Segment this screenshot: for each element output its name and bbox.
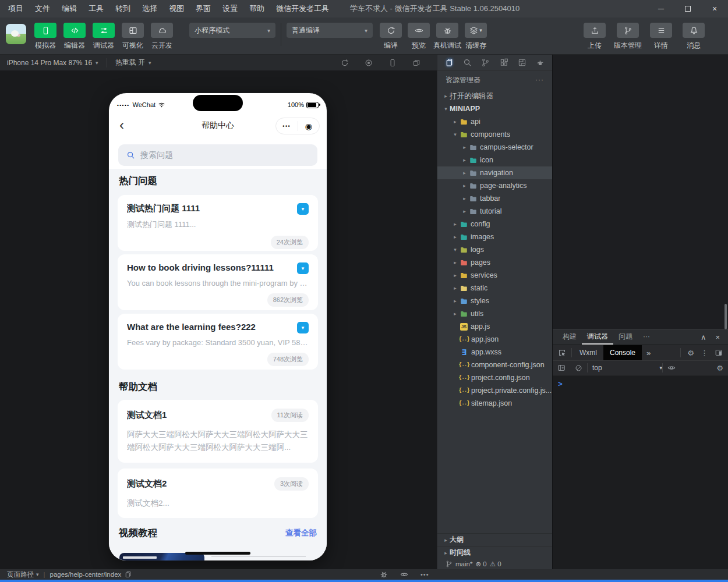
- menu-item-8[interactable]: 设置: [217, 0, 243, 17]
- tree-item-navigation[interactable]: ▸navigation: [437, 166, 552, 179]
- statusbar-more-button[interactable]: •••: [420, 571, 429, 578]
- view-all-link[interactable]: 查看全部: [285, 528, 317, 538]
- tree-item-api[interactable]: ▸api: [437, 115, 552, 128]
- teapot-activity-button[interactable]: [536, 58, 545, 67]
- menu-item-7[interactable]: 界面: [190, 0, 217, 17]
- question-card-1[interactable]: How to book driving lessons?11111 ▼ You …: [118, 254, 318, 310]
- tree-item-images[interactable]: ▸images: [437, 230, 552, 243]
- compile-button[interactable]: 编译: [377, 23, 404, 51]
- question-card-2[interactable]: What are the learning fees?222 ▼ Fees va…: [118, 314, 318, 370]
- devtools-tab-console[interactable]: Console: [603, 345, 642, 360]
- clear-cache-button[interactable]: ▾清缓存: [462, 23, 489, 51]
- sim-record-button[interactable]: [365, 58, 373, 67]
- extensions-activity-button[interactable]: [500, 58, 508, 67]
- expand-arrow-badge[interactable]: ▼: [297, 322, 309, 333]
- avatar[interactable]: [6, 24, 26, 44]
- expand-arrow-badge[interactable]: ▼: [297, 262, 309, 274]
- tree-item-sitemap.json[interactable]: {..}sitemap.json: [437, 397, 552, 410]
- tree-item-components[interactable]: ▾components: [437, 128, 552, 141]
- debugger-tab-0[interactable]: 构建: [557, 329, 582, 345]
- debugger-tab-3[interactable]: ···: [638, 329, 655, 345]
- menu-item-5[interactable]: 选择: [136, 0, 163, 17]
- toggle-debugger[interactable]: 调试器: [89, 23, 118, 51]
- explorer-section-0[interactable]: ▸大纲: [437, 533, 552, 546]
- tree-item-icon[interactable]: ▸icon: [437, 154, 552, 166]
- toggle-cloud-dev[interactable]: 云开发: [147, 23, 176, 51]
- bug-icon[interactable]: [380, 570, 388, 579]
- copy-path-button[interactable]: [125, 571, 132, 579]
- search-activity-button[interactable]: [463, 58, 472, 67]
- toggle-visualization[interactable]: 可视化: [118, 23, 147, 51]
- menu-item-4[interactable]: 转到: [109, 0, 136, 17]
- devtools-menu-button[interactable]: ⋮: [701, 349, 708, 357]
- debugger-tab-1[interactable]: 调试器: [582, 329, 613, 345]
- messages-button[interactable]: 消息: [680, 23, 707, 51]
- tree-item-app.json[interactable]: {..}app.json: [437, 333, 552, 346]
- page-path-label[interactable]: 页面路径: [7, 570, 34, 579]
- menu-item-0[interactable]: 项目: [2, 0, 29, 17]
- tree-item-page-analytics[interactable]: ▸page-analytics: [437, 179, 552, 192]
- close-panel-button[interactable]: ×: [715, 333, 720, 342]
- minimize-button[interactable]: ─: [648, 0, 674, 17]
- devtools-settings-button[interactable]: ⚙: [687, 349, 694, 357]
- search-input[interactable]: 搜索问题: [118, 144, 317, 166]
- menu-item-6[interactable]: 视图: [163, 0, 190, 17]
- compile-mode-dropdown[interactable]: 普通编译 ▾: [287, 23, 373, 38]
- explorer-section-1[interactable]: ▸时间线: [437, 546, 552, 559]
- branch-activity-button[interactable]: [481, 58, 490, 67]
- debugger-tab-2[interactable]: 问题: [613, 329, 638, 345]
- maximize-button[interactable]: [674, 0, 701, 17]
- menu-item-1[interactable]: 文件: [29, 0, 56, 17]
- doc-card-1[interactable]: 测试文档2 3次阅读 测试文档2...: [118, 469, 318, 518]
- tree-item-utils[interactable]: ▸utils: [437, 307, 552, 320]
- device-selector[interactable]: iPhone 14 Pro Max 87% 16 ▾: [7, 59, 98, 67]
- console-eye-button[interactable]: [663, 364, 680, 372]
- tree-item-pages[interactable]: ▸pages: [437, 256, 552, 269]
- minimize-capsule-button[interactable]: ◉: [298, 122, 320, 131]
- menu-item-2[interactable]: 编辑: [56, 0, 83, 17]
- menu-item-9[interactable]: 帮助: [243, 0, 270, 17]
- tree-item-app.js[interactable]: JSapp.js: [437, 320, 552, 333]
- toggle-editor[interactable]: 编辑器: [60, 23, 89, 51]
- devtools-tab-wxml[interactable]: Wxml: [573, 345, 603, 360]
- tree-item-static[interactable]: ▸static: [437, 282, 552, 294]
- tree-item-logs[interactable]: ▾logs: [437, 243, 552, 256]
- close-button[interactable]: ×: [701, 0, 728, 17]
- inspect-element-button[interactable]: [553, 349, 571, 357]
- tree-item-config[interactable]: ▸config: [437, 218, 552, 230]
- doc-card-0[interactable]: 测试文档1 11次阅读 阿萨大大三端阿松大阿萨大大三端阿松大阿萨大大三端阿松大阿…: [118, 400, 318, 463]
- toggle-simulator[interactable]: 模拟器: [31, 23, 60, 51]
- tree-item-project.config.json[interactable]: {..}project.config.json: [437, 371, 552, 384]
- clear-console-button[interactable]: [570, 364, 587, 372]
- git-status[interactable]: main* ⊗ 0 ⚠ 0: [437, 559, 501, 569]
- explorer-more-button[interactable]: ···: [535, 76, 544, 84]
- tree-item-component-config.json[interactable]: {..}component-config.json: [437, 359, 552, 371]
- tree-item-app.wxss[interactable]: ∃app.wxss: [437, 346, 552, 359]
- dock-side-icon[interactable]: [715, 349, 723, 357]
- menu-item-10[interactable]: 微信开发者工具: [270, 0, 335, 17]
- tree-item-styles[interactable]: ▸styles: [437, 294, 552, 307]
- tree-item-tutorial[interactable]: ▸tutorial: [437, 205, 552, 218]
- mode-dropdown[interactable]: 小程序模式 ▾: [189, 23, 275, 38]
- context-dropdown[interactable]: top ▾: [588, 364, 662, 372]
- more-button[interactable]: •••: [276, 123, 298, 129]
- console-sidebar-toggle[interactable]: [553, 364, 570, 372]
- tree-item--[interactable]: ▸打开的编辑器: [437, 90, 552, 102]
- tree-item-MINIAPP[interactable]: ▾MINIAPP: [437, 102, 552, 115]
- tree-item-tabbar[interactable]: ▸tabbar: [437, 192, 552, 205]
- files-activity-button[interactable]: [445, 58, 454, 67]
- remote-debug-button[interactable]: 真机调试: [433, 23, 461, 51]
- tree-item-services[interactable]: ▸services: [437, 269, 552, 282]
- details-button[interactable]: 详情: [648, 23, 674, 51]
- sim-phone-button[interactable]: [388, 58, 397, 67]
- upload-button[interactable]: 上传: [581, 23, 608, 51]
- tree-item-campus-selector[interactable]: ▸campus-selector: [437, 141, 552, 154]
- console-settings-button[interactable]: ⚙: [712, 364, 728, 372]
- more-tabs-button[interactable]: »: [642, 349, 655, 357]
- scrollbar-thumb[interactable]: [725, 304, 727, 329]
- preview-button[interactable]: 预览: [405, 23, 432, 51]
- sim-refresh-button[interactable]: [341, 58, 349, 67]
- eye-icon[interactable]: [400, 570, 408, 579]
- question-card-0[interactable]: 测试热门问题 1111 ▼ 测试热门问题 1111... 24次浏览: [118, 195, 318, 251]
- console-output[interactable]: >: [553, 375, 728, 569]
